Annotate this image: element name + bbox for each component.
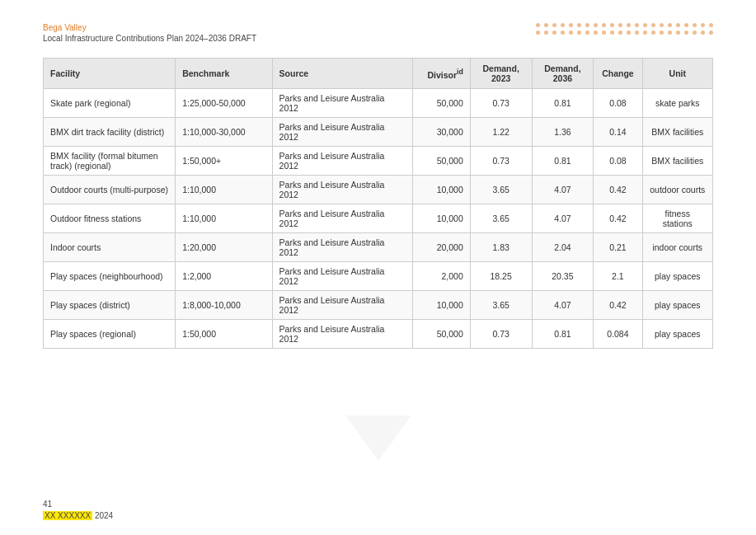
dot	[684, 23, 688, 27]
dot	[594, 31, 598, 35]
table-cell: 18.25	[470, 262, 532, 291]
dot	[693, 31, 697, 35]
table-cell: 2.1	[594, 262, 642, 291]
header-left: Bega Valley Local Infrastructure Contrib…	[43, 23, 256, 43]
table-cell: play spaces	[642, 320, 712, 349]
facilities-table: Facility Benchmark Source Divisorid Dema…	[43, 58, 713, 349]
table-cell: 4.07	[532, 176, 594, 204]
region-title: Bega Valley	[43, 23, 256, 32]
col-header-change: Change	[594, 59, 642, 89]
table-cell: 3.65	[470, 204, 532, 233]
table-cell: 0.21	[594, 233, 642, 262]
col-header-demand2036: Demand, 2036	[532, 59, 594, 89]
dot	[684, 31, 688, 35]
dot	[660, 23, 664, 27]
dot	[701, 23, 705, 27]
table-cell: 0.73	[470, 89, 532, 118]
dot	[536, 31, 540, 35]
dot	[627, 31, 631, 35]
table-cell: 0.42	[594, 291, 642, 320]
dot	[602, 31, 606, 35]
dot	[618, 31, 622, 35]
dot	[585, 31, 589, 35]
footer-date-year: 2024	[95, 511, 113, 520]
col-header-divisor: Divisorid	[413, 59, 470, 89]
table-cell: BMX dirt track facility (district)	[44, 118, 176, 147]
table-cell: 1.83	[470, 233, 532, 262]
dot	[610, 31, 614, 35]
table-cell: 0.42	[594, 176, 642, 204]
table-cell: 1.22	[470, 118, 532, 147]
table-header-row: Facility Benchmark Source Divisorid Dema…	[44, 59, 713, 89]
dot	[569, 31, 573, 35]
table-cell: 1:20,000	[176, 233, 272, 262]
footer-date: XX XXXXXX 2024	[43, 511, 713, 520]
table-cell: 20.35	[532, 262, 594, 291]
table-cell: Play spaces (neighbourhood)	[44, 262, 176, 291]
data-table-wrapper: Facility Benchmark Source Divisorid Dema…	[43, 58, 713, 349]
dot	[643, 23, 647, 27]
table-cell: Indoor courts	[44, 233, 176, 262]
table-cell: indoor courts	[642, 233, 712, 262]
col-header-source: Source	[272, 59, 413, 89]
svg-marker-0	[345, 415, 411, 461]
dot	[569, 23, 573, 27]
table-cell: 1:50,000	[176, 320, 272, 349]
col-header-benchmark: Benchmark	[176, 59, 272, 89]
table-cell: 0.73	[470, 320, 532, 349]
table-cell: 4.07	[532, 204, 594, 233]
table-cell: Outdoor courts (multi-purpose)	[44, 176, 176, 204]
dot	[561, 31, 565, 35]
table-cell: Parks and Leisure Australia 2012	[272, 320, 413, 349]
dot	[643, 31, 647, 35]
dot	[709, 23, 713, 27]
table-cell: 1:25,000-50,000	[176, 89, 272, 118]
table-row: Indoor courts1:20,000Parks and Leisure A…	[44, 233, 713, 262]
col-header-facility: Facility	[44, 59, 176, 89]
table-cell: Parks and Leisure Australia 2012	[272, 291, 413, 320]
table-cell: 1:10,000-30,000	[176, 118, 272, 147]
table-row: Play spaces (district)1:8,000-10,000Park…	[44, 291, 713, 320]
document-subtitle: Local Infrastructure Contributions Plan …	[43, 34, 256, 43]
dot	[668, 23, 672, 27]
table-cell: 2,000	[413, 262, 470, 291]
table-row: BMX dirt track facility (district)1:10,0…	[44, 118, 713, 147]
table-cell: 0.81	[532, 320, 594, 349]
table-cell: Play spaces (district)	[44, 291, 176, 320]
table-cell: BMX facilities	[642, 147, 712, 176]
dots-row-1	[536, 23, 713, 27]
table-cell: 10,000	[413, 291, 470, 320]
table-cell: 1.36	[532, 118, 594, 147]
table-cell: 30,000	[413, 118, 470, 147]
table-cell: 0.084	[594, 320, 642, 349]
table-row: Outdoor fitness stations1:10,000Parks an…	[44, 204, 713, 233]
page-container: Bega Valley Local Infrastructure Contrib…	[0, 0, 756, 535]
dot	[627, 23, 631, 27]
dot	[610, 23, 614, 27]
table-row: Skate park (regional)1:25,000-50,000Park…	[44, 89, 713, 118]
table-cell: BMX facilities	[642, 118, 712, 147]
table-cell: Skate park (regional)	[44, 89, 176, 118]
table-cell: 0.08	[594, 147, 642, 176]
table-cell: Parks and Leisure Australia 2012	[272, 204, 413, 233]
table-cell: 50,000	[413, 89, 470, 118]
table-cell: fitness stations	[642, 204, 712, 233]
dot	[651, 23, 655, 27]
dot	[577, 23, 581, 27]
dot	[561, 23, 565, 27]
dot	[585, 23, 589, 27]
dot	[618, 23, 622, 27]
table-cell: 50,000	[413, 147, 470, 176]
table-cell: 1:10,000	[176, 176, 272, 204]
dot	[635, 23, 639, 27]
table-cell: play spaces	[642, 291, 712, 320]
table-cell: play spaces	[642, 262, 712, 291]
dot	[552, 31, 556, 35]
table-cell: Parks and Leisure Australia 2012	[272, 147, 413, 176]
table-cell: 1:10,000	[176, 204, 272, 233]
dot	[676, 31, 680, 35]
table-cell: Parks and Leisure Australia 2012	[272, 262, 413, 291]
table-cell: Play spaces (regional)	[44, 320, 176, 349]
table-cell: 1:50,000+	[176, 147, 272, 176]
dot	[544, 23, 548, 27]
